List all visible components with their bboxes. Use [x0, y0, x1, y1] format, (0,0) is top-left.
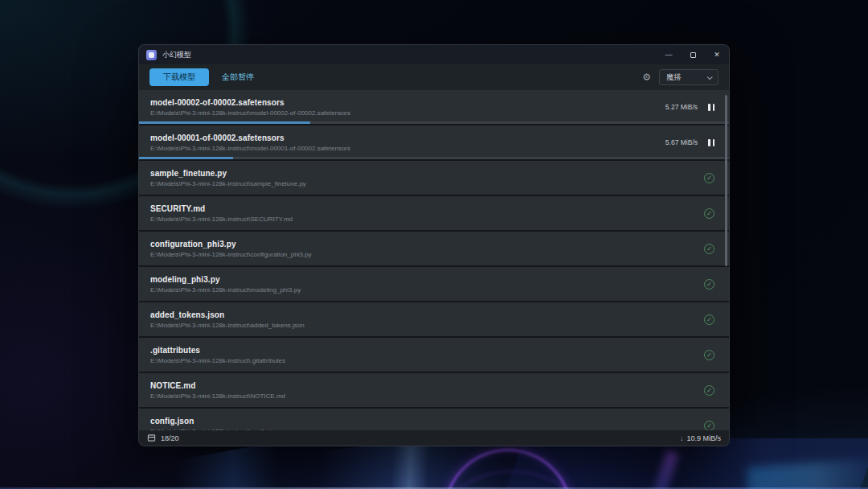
caption-buttons: — ✕ [657, 45, 729, 64]
file-name: NOTICE.md [150, 381, 704, 390]
download-list: model-00002-of-00002.safetensors E:\Mode… [139, 90, 729, 430]
file-path: E:\Models\Phi-3-mini-128k-instruct\confi… [150, 428, 704, 431]
file-info: model-00001-of-00002.safetensors E:\Mode… [150, 134, 665, 152]
table-row[interactable]: modeling_phi3.py E:\Models\Phi-3-mini-12… [139, 267, 729, 301]
app-logo-icon [146, 50, 157, 60]
file-path: E:\Models\Phi-3-mini-128k-instruct\model… [150, 145, 665, 152]
file-info: NOTICE.md E:\Models\Phi-3-mini-128k-inst… [150, 381, 704, 400]
titlebar: 小幻模型 — ✕ [139, 45, 729, 64]
table-row[interactable]: added_tokens.json E:\Models\Phi-3-mini-1… [139, 302, 729, 336]
maximize-button[interactable] [681, 45, 705, 64]
download-speed: 5.27 MiB/s [665, 103, 698, 111]
check-circle-icon: ✓ [704, 244, 714, 254]
row-actions: 5.67 MiB/s [665, 138, 718, 146]
check-circle-icon: ✓ [704, 173, 714, 183]
table-row[interactable]: config.json E:\Models\Phi-3-mini-128k-in… [139, 409, 729, 430]
progress-bar [139, 121, 729, 124]
file-path: E:\Models\Phi-3-mini-128k-instruct\sampl… [150, 180, 704, 187]
queue-icon [147, 434, 156, 442]
chevron-down-icon [707, 74, 713, 80]
table-row[interactable]: NOTICE.md E:\Models\Phi-3-mini-128k-inst… [139, 373, 729, 407]
file-info: added_tokens.json E:\Models\Phi-3-mini-1… [150, 310, 704, 329]
file-path: E:\Models\Phi-3-mini-128k-instruct\model… [150, 286, 704, 294]
pause-icon[interactable] [708, 139, 714, 146]
file-name: modeling_phi3.py [150, 275, 704, 284]
row-actions: 5.27 MiB/s [665, 103, 718, 111]
source-dropdown-value: 魔搭 [666, 72, 682, 83]
total-speed: 10.9 MiB/s [686, 434, 721, 442]
scrollbar-thumb[interactable] [725, 95, 727, 266]
tab-download-models[interactable]: 下载模型 [149, 68, 209, 86]
table-row[interactable]: model-00002-of-00002.safetensors E:\Mode… [139, 90, 729, 124]
minimize-button[interactable]: — [657, 45, 681, 64]
table-row[interactable]: SECURITY.md E:\Models\Phi-3-mini-128k-in… [139, 196, 729, 230]
file-name: configuration_phi3.py [150, 240, 704, 249]
file-info: config.json E:\Models\Phi-3-mini-128k-in… [150, 417, 704, 431]
download-speed: 5.67 MiB/s [665, 138, 698, 146]
statusbar: 18/20 ↓ 10.9 MiB/s [139, 430, 729, 446]
file-path: E:\Models\Phi-3-mini-128k-instruct\added… [150, 322, 704, 329]
table-row[interactable]: .gitattributes E:\Models\Phi-3-mini-128k… [139, 338, 729, 372]
file-name: SECURITY.md [150, 204, 704, 213]
source-dropdown[interactable]: 魔搭 [659, 69, 719, 85]
window-title: 小幻模型 [162, 50, 191, 60]
check-circle-icon: ✓ [704, 350, 714, 360]
close-button[interactable]: ✕ [705, 45, 729, 64]
toolbar-right: ⚙ 魔搭 [642, 69, 719, 85]
check-circle-icon: ✓ [704, 314, 714, 325]
check-circle-icon: ✓ [704, 385, 714, 396]
progress-fill [139, 121, 310, 124]
file-info: model-00002-of-00002.safetensors E:\Mode… [150, 98, 665, 117]
maximize-icon [690, 52, 696, 58]
table-row[interactable]: sample_finetune.py E:\Models\Phi-3-mini-… [139, 161, 729, 195]
check-circle-icon: ✓ [704, 208, 714, 219]
file-name: model-00001-of-00002.safetensors [150, 134, 665, 142]
file-info: configuration_phi3.py E:\Models\Phi-3-mi… [150, 240, 704, 258]
file-info: sample_finetune.py E:\Models\Phi-3-mini-… [150, 169, 704, 187]
file-path: E:\Models\Phi-3-mini-128k-instruct\confi… [150, 251, 704, 258]
file-name: config.json [150, 417, 704, 425]
file-path: E:\Models\Phi-3-mini-128k-instruct\.gita… [150, 357, 704, 364]
gear-icon[interactable]: ⚙ [642, 72, 651, 82]
pause-all-button[interactable]: 全部暂停 [222, 72, 254, 83]
file-path: E:\Models\Phi-3-mini-128k-instruct\NOTIC… [150, 392, 704, 400]
toolbar: 下载模型 全部暂停 ⚙ 魔搭 [139, 64, 729, 90]
file-name: model-00002-of-00002.safetensors [150, 98, 665, 107]
file-name: sample_finetune.py [150, 169, 704, 178]
file-info: .gitattributes E:\Models\Phi-3-mini-128k… [150, 346, 704, 364]
download-arrow-icon: ↓ [680, 434, 684, 442]
file-path: E:\Models\Phi-3-mini-128k-instruct\SECUR… [150, 216, 704, 223]
progress-fill [139, 157, 233, 159]
app-window: 小幻模型 — ✕ 下载模型 全部暂停 ⚙ 魔搭 model-00002-of-0… [138, 44, 730, 446]
check-circle-icon: ✓ [704, 421, 714, 431]
file-info: modeling_phi3.py E:\Models\Phi-3-mini-12… [150, 275, 704, 294]
pause-icon[interactable] [708, 104, 714, 111]
file-name: .gitattributes [150, 346, 704, 355]
progress-bar [139, 157, 729, 159]
statusbar-right: ↓ 10.9 MiB/s [680, 434, 721, 442]
file-info: SECURITY.md E:\Models\Phi-3-mini-128k-in… [150, 204, 704, 223]
check-circle-icon: ✓ [704, 279, 714, 290]
file-path: E:\Models\Phi-3-mini-128k-instruct\model… [150, 109, 665, 117]
table-row[interactable]: model-00001-of-00002.safetensors E:\Mode… [139, 125, 729, 159]
download-count: 18/20 [161, 434, 179, 442]
file-name: added_tokens.json [150, 310, 704, 319]
table-row[interactable]: configuration_phi3.py E:\Models\Phi-3-mi… [139, 232, 729, 265]
